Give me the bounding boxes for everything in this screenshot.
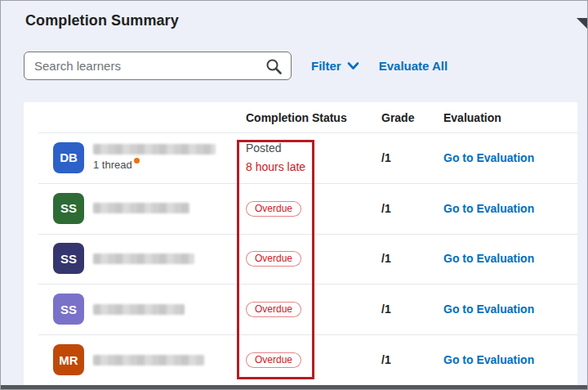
header-grade: Grade: [381, 111, 443, 124]
learner-name-wrap: [93, 203, 189, 213]
status-line-2: 8 hours late: [246, 160, 381, 173]
status-pill: Overdue: [246, 251, 301, 267]
avatar: SS: [53, 193, 84, 224]
search-icon[interactable]: [265, 58, 283, 75]
status-line-1: Posted: [246, 141, 381, 155]
redacted-learner-name: [93, 304, 185, 315]
learners-table: Completion Status Grade Evaluation DB 1 …: [24, 102, 577, 385]
table-header-row: Completion Status Grade Evaluation: [24, 102, 577, 132]
redacted-learner-name: [93, 253, 194, 264]
evaluation-cell: Go to Evaluation: [443, 302, 577, 316]
grade-cell: /1: [381, 353, 443, 366]
completion-status-cell: Overdue: [246, 352, 381, 368]
search-box: [24, 52, 292, 80]
thread-meta-label: 1 thread: [93, 159, 132, 171]
go-to-evaluation-link[interactable]: Go to Evaluation: [443, 303, 534, 316]
filter-button[interactable]: Filter: [311, 59, 359, 73]
table-row: SS Overdue /1 Go to Evaluation: [24, 284, 577, 334]
completion-summary-panel: Completion Summary Filter Evaluate All: [0, 0, 588, 390]
evaluation-cell: Go to Evaluation: [443, 150, 577, 165]
learner-cell: SS: [24, 193, 246, 224]
learner-cell: SS: [24, 294, 246, 325]
redacted-learner-name: [93, 144, 216, 155]
completion-status-cell: Overdue: [246, 200, 381, 217]
grade-cell: /1: [381, 202, 443, 215]
avatar: SS: [53, 243, 84, 274]
evaluation-cell: Go to Evaluation: [443, 251, 577, 266]
redacted-learner-name: [93, 203, 189, 213]
avatar-initials: SS: [60, 303, 77, 316]
status-text: Posted 8 hours late: [246, 141, 381, 173]
go-to-evaluation-link[interactable]: Go to Evaluation: [443, 252, 534, 265]
search-input[interactable]: [24, 52, 291, 79]
filter-label: Filter: [311, 59, 341, 73]
corner-arrow-icon: [577, 18, 587, 29]
redacted-learner-name: [93, 355, 204, 365]
avatar-initials: SS: [60, 252, 77, 266]
status-pill: Overdue: [246, 352, 301, 368]
learner-name-wrap: 1 thread: [93, 144, 216, 171]
learner-cell: MR: [24, 344, 246, 375]
learner-name-wrap: [93, 304, 185, 315]
grade-cell: /1: [381, 303, 443, 316]
avatar-initials: DB: [60, 150, 78, 164]
avatar: DB: [53, 142, 84, 173]
header-completion-status: Completion Status: [246, 111, 381, 124]
go-to-evaluation-link[interactable]: Go to Evaluation: [443, 202, 534, 215]
learner-cell: SS: [24, 243, 246, 274]
go-to-evaluation-link[interactable]: Go to Evaluation: [443, 151, 534, 164]
grade-cell: /1: [381, 252, 443, 265]
avatar-initials: SS: [60, 201, 77, 215]
page-title: Completion Summary: [25, 12, 179, 29]
grade-cell: /1: [381, 151, 443, 164]
unread-dot: [134, 158, 140, 164]
learner-cell: DB 1 thread: [24, 142, 246, 173]
completion-status-cell: Posted 8 hours late: [246, 141, 381, 173]
status-pill: Overdue: [246, 302, 301, 317]
table-row: SS Overdue /1 Go to Evaluation: [24, 234, 577, 285]
learner-name-wrap: [93, 355, 204, 365]
table-row: MR Overdue /1 Go to Evaluation: [24, 334, 577, 385]
evaluate-all-button[interactable]: Evaluate All: [379, 59, 448, 73]
avatar-initials: MR: [59, 353, 78, 367]
avatar: MR: [53, 344, 84, 375]
header-evaluation: Evaluation: [443, 111, 577, 124]
go-to-evaluation-link[interactable]: Go to Evaluation: [443, 353, 534, 366]
completion-status-cell: Overdue: [246, 250, 381, 267]
evaluation-cell: Go to Evaluation: [443, 201, 577, 216]
avatar: SS: [53, 294, 84, 325]
completion-status-cell: Overdue: [246, 301, 381, 317]
table-row: DB 1 thread Posted 8 hours late /1 Go to…: [24, 132, 577, 183]
evaluation-cell: Go to Evaluation: [443, 352, 577, 367]
table-body: DB 1 thread Posted 8 hours late /1 Go to…: [24, 132, 577, 385]
learner-name-wrap: [93, 253, 194, 264]
thread-meta: 1 thread: [93, 159, 216, 171]
window-edge: [1, 385, 587, 389]
table-row: SS Overdue /1 Go to Evaluation: [24, 183, 577, 234]
chevron-down-icon: [347, 61, 359, 70]
toolbar: Filter Evaluate All: [24, 52, 448, 80]
status-pill: Overdue: [246, 201, 301, 217]
